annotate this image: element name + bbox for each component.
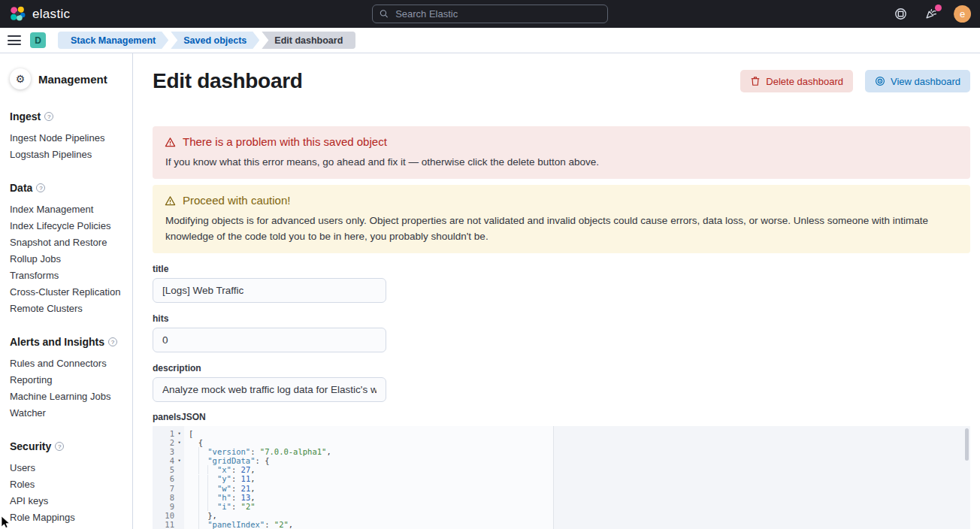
warning-callout-body: Modifying objects is for advanced users … (165, 213, 958, 244)
user-avatar[interactable]: e (954, 5, 971, 23)
section-title: Data (10, 182, 32, 194)
view-dashboard-button[interactable]: View dashboard (865, 70, 970, 92)
fold-toggle-icon[interactable]: ▾ (174, 456, 184, 465)
sidebar-item-index-management[interactable]: Index Management (10, 201, 126, 218)
mouse-cursor (1, 515, 11, 529)
form-row-title: title (153, 264, 970, 303)
view-dashboard-label: View dashboard (891, 76, 960, 87)
sidebar-item-role-mappings[interactable]: Role Mappings (10, 509, 126, 526)
line-number: 6 (153, 474, 174, 483)
gutter-line: 6▾ (153, 474, 184, 483)
sidebar-section-security: Security?UsersRolesAPI keysRole Mappings (10, 440, 126, 526)
elastic-brand[interactable]: elastic (9, 5, 70, 23)
newsfeed-button[interactable] (923, 6, 939, 23)
sidebar-header: ⚙ Management (10, 68, 126, 89)
sidebar-item-remote-clusters[interactable]: Remote Clusters (10, 301, 126, 317)
editor-code-area[interactable]: [ { "version": "7.0.0-alpha1", "gridData… (184, 426, 970, 529)
line-number: 2 (153, 438, 174, 447)
breadcrumb-stack-management[interactable]: Stack Management (58, 32, 168, 49)
section-info-icon[interactable]: ? (44, 112, 53, 121)
sidebar-item-users[interactable]: Users (10, 460, 126, 476)
section-title: Security (10, 440, 51, 452)
description-input[interactable] (153, 377, 386, 402)
hits-input[interactable] (153, 328, 386, 352)
section-title: Ingest (10, 110, 41, 122)
eye-icon (875, 76, 885, 86)
title-input[interactable] (153, 278, 386, 303)
breadcrumb-saved-objects[interactable]: Saved objects (171, 32, 259, 49)
sidebar-item-snapshot-and-restore[interactable]: Snapshot and Restore (10, 234, 126, 251)
line-number: 7 (153, 484, 174, 493)
warning-callout-title: Proceed with caution! (183, 194, 290, 207)
gutter-line: 8▾ (153, 493, 184, 502)
gutter-line: 9▾ (153, 502, 184, 511)
brand-name: elastic (32, 7, 70, 22)
fold-toggle-icon[interactable]: ▾ (174, 438, 184, 447)
sidebar-item-cross-cluster-replication[interactable]: Cross-Cluster Replication (10, 284, 126, 301)
error-callout: There is a problem with this saved objec… (153, 126, 970, 179)
line-number: 8 (153, 493, 174, 502)
sidebar-item-machine-learning-jobs[interactable]: Machine Learning Jobs (10, 388, 126, 405)
line-number: 11 (153, 520, 174, 529)
field-label-hits: hits (153, 313, 970, 324)
gutter-line: 2▾ (153, 438, 184, 447)
fold-toggle-icon[interactable]: ▾ (174, 429, 184, 438)
json-code-editor[interactable]: 1▾2▾3▾4▾5▾6▾7▾8▾9▾10▾11▾12▾13▾14▾ [ { "v… (153, 426, 970, 529)
sidebar-item-roles[interactable]: Roles (10, 476, 126, 493)
gutter-line: 5▾ (153, 465, 184, 474)
notification-dot (935, 5, 942, 11)
search-icon (380, 9, 389, 19)
field-label-title: title (153, 264, 970, 274)
gutter-line: 11▾ (153, 520, 184, 529)
breadcrumb-bar: D Stack ManagementSaved objectsEdit dash… (0, 28, 980, 53)
gear-icon: ⚙ (10, 68, 31, 89)
line-number: 5 (153, 465, 174, 474)
help-menu-button[interactable] (892, 6, 909, 23)
sidebar-item-reporting[interactable]: Reporting (10, 372, 126, 388)
editor-scrollbar[interactable] (965, 428, 969, 461)
main-content: Edit dashboard Delete dashboard (133, 53, 980, 529)
section-info-icon[interactable]: ? (108, 337, 117, 346)
sidebar-item-api-keys[interactable]: API keys (10, 493, 126, 509)
field-label-description: description (153, 363, 970, 373)
trash-icon (750, 76, 761, 86)
sidebar-item-ingest-node-pipelines[interactable]: Ingest Node Pipelines (10, 130, 126, 147)
section-title: Alerts and Insights (10, 336, 104, 348)
gutter-line: 7▾ (153, 484, 184, 493)
delete-dashboard-button[interactable]: Delete dashboard (740, 70, 853, 92)
section-info-icon[interactable]: ? (55, 442, 64, 451)
search-input[interactable] (394, 8, 600, 20)
space-selector[interactable]: D (30, 32, 46, 48)
sidebar-title: Management (38, 73, 107, 86)
error-callout-title: There is a problem with this saved objec… (183, 135, 387, 149)
breadcrumb: Stack ManagementSaved objectsEdit dashbo… (58, 32, 355, 49)
space-initial: D (35, 35, 41, 46)
sidebar-item-rules-and-connectors[interactable]: Rules and Connectors (10, 355, 126, 372)
help-lifebuoy-icon (894, 8, 907, 20)
sidebar-section-ingest: Ingest?Ingest Node PipelinesLogstash Pip… (10, 110, 126, 163)
sidebar-item-watcher[interactable]: Watcher (10, 405, 126, 422)
sidebar-item-logstash-pipelines[interactable]: Logstash Pipelines (10, 147, 126, 163)
gutter-line: 10▾ (153, 511, 184, 520)
warning-callout: Proceed with caution! Modifying objects … (153, 185, 970, 253)
line-number: 10 (153, 511, 174, 520)
section-info-icon[interactable]: ? (36, 183, 45, 192)
form-row-description: description (153, 363, 970, 402)
global-search[interactable] (372, 5, 608, 23)
print-margin (553, 426, 970, 529)
gutter-line: 4▾ (153, 456, 184, 465)
elastic-logo-icon (9, 5, 26, 23)
page-title: Edit dashboard (153, 69, 303, 93)
error-callout-body: If you know what this error means, go ah… (165, 154, 958, 170)
sidebar-item-index-lifecycle-policies[interactable]: Index Lifecycle Policies (10, 218, 126, 234)
warning-icon (165, 137, 176, 148)
delete-dashboard-label: Delete dashboard (766, 76, 843, 87)
line-number: 9 (153, 502, 174, 511)
line-number: 4 (153, 456, 174, 465)
avatar-initial: e (960, 8, 965, 20)
sidebar-item-transforms[interactable]: Transforms (10, 268, 126, 284)
menu-toggle-button[interactable] (8, 35, 21, 45)
top-navigation-bar: elastic e (0, 0, 980, 28)
sidebar-item-rollup-jobs[interactable]: Rollup Jobs (10, 251, 126, 268)
sidebar-section-alerts-and-insights: Alerts and Insights?Rules and Connectors… (10, 336, 126, 422)
